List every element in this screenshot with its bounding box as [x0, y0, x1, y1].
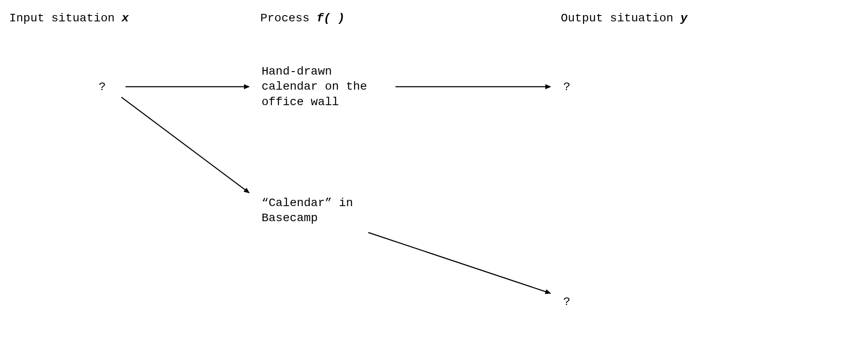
- arrow-icon: [0, 0, 868, 341]
- svg-line-3: [368, 232, 550, 293]
